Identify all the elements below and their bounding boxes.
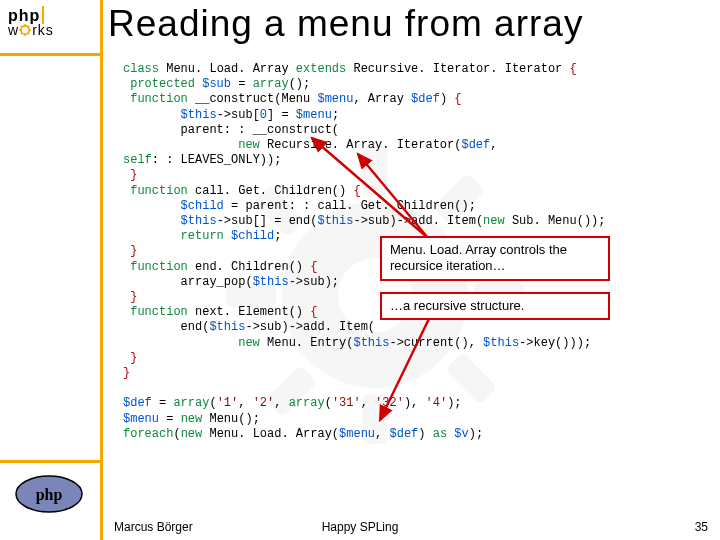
svg-line-19 [312, 138, 428, 238]
callout-box-1: Menu. Load. Array controls the recursice… [380, 236, 610, 281]
svg-line-20 [358, 154, 428, 238]
callout-arrows [0, 0, 720, 540]
callout-box-2: …a recursive structure. [380, 292, 610, 320]
